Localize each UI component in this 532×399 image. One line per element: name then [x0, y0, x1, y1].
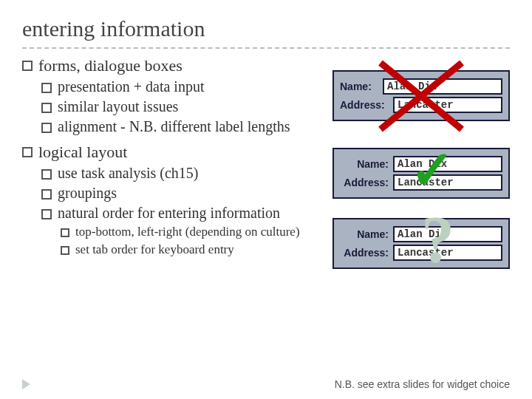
bullet-box-icon — [41, 123, 52, 133]
form-box: Name: Alan Dix Address: Lancaster — [332, 148, 510, 199]
bullet-box-icon — [41, 83, 52, 93]
bullet-box-icon — [22, 147, 33, 157]
slide-title: entering information — [0, 0, 532, 47]
bullet-box-icon — [41, 209, 52, 219]
footer: N.B. see extra slides for widget choice — [22, 378, 510, 390]
name-input[interactable]: Alan Dix — [383, 78, 502, 95]
bullet-box-icon — [41, 169, 52, 180]
divider — [22, 47, 510, 49]
form-example-bad: Name: Alan Dix Address: Lancaster — [332, 70, 510, 121]
bullet-text: logical layout — [38, 143, 127, 162]
bullet-text: use task analysis (ch15) — [58, 165, 199, 182]
triangle-icon — [22, 379, 30, 389]
bullet-text: alignment - N.B. different label lengths — [58, 118, 290, 135]
name-label: Name: — [340, 228, 389, 240]
name-label: Name: — [340, 158, 389, 170]
bullet-text: natural order for entering information — [58, 205, 280, 222]
bullet-text: groupings — [58, 185, 117, 202]
name-label: Name: — [340, 81, 378, 92]
form-example-good: Name: Alan Dix Address: Lancaster ✓ — [332, 148, 510, 199]
bullet-box-icon — [61, 246, 69, 255]
address-input[interactable]: Lancaster — [393, 245, 502, 261]
form-box: Name: Alan Dix Address: Lancaster — [332, 70, 510, 121]
bullet-box-icon — [22, 61, 33, 71]
bullet-text: forms, dialogue boxes — [38, 56, 183, 75]
bullet-box-icon — [41, 189, 52, 200]
bullet-text: top-bottom, left-right (depending on cul… — [75, 225, 300, 239]
address-label: Address: — [340, 177, 389, 188]
footer-note: N.B. see extra slides for widget choice — [335, 378, 510, 390]
address-label: Address: — [340, 99, 389, 111]
address-input[interactable]: Lancaster — [393, 174, 502, 191]
bullet-text: set tab order for keyboard entry — [75, 242, 234, 257]
bullet-text: presentation + data input — [58, 78, 204, 95]
bullet-text: similar layout issues — [58, 98, 178, 115]
bullet-box-icon — [61, 228, 69, 237]
form-example-question: Name: Alan Dix Address: Lancaster ? — [332, 218, 510, 269]
name-input[interactable]: Alan Dix — [393, 226, 502, 242]
form-box: Name: Alan Dix Address: Lancaster — [332, 218, 510, 269]
address-label: Address: — [340, 247, 389, 259]
name-input[interactable]: Alan Dix — [393, 156, 502, 172]
bullet-box-icon — [41, 103, 52, 113]
address-input[interactable]: Lancaster — [393, 97, 502, 113]
